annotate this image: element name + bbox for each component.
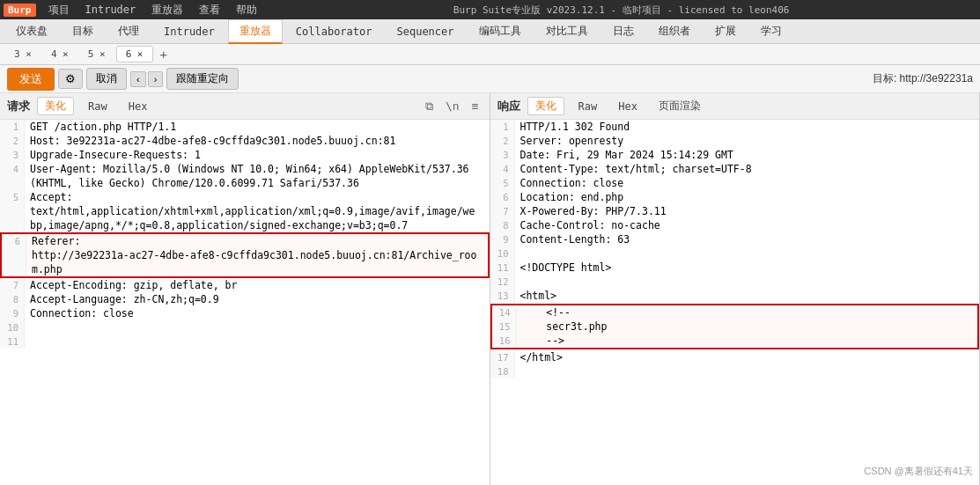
tab-organizer[interactable]: 组织者	[647, 19, 702, 43]
tab-extensions[interactable]: 扩展	[704, 19, 748, 43]
subtab-3[interactable]: 3 ×	[5, 47, 41, 62]
response-line-4: 4 Content-Type: text/html; charset=UTF-8	[490, 162, 980, 176]
subtab-5[interactable]: 5 ×	[79, 47, 114, 62]
response-line-17: 17 </html>	[490, 350, 980, 364]
main-tab-bar: 仪表盘 目标 代理 Intruder 重放器 Collaborator Sequ…	[0, 19, 980, 44]
burp-logo: Burp	[4, 4, 36, 17]
newline-icon[interactable]: \n	[442, 98, 463, 115]
tab-intruder[interactable]: Intruder	[152, 21, 226, 42]
response-tab-raw[interactable]: Raw	[571, 99, 605, 114]
request-line-5: 5 Accept: text/html,application/xhtml+xm…	[0, 190, 490, 232]
response-panel-title: 响应	[497, 99, 520, 114]
response-line-15: 15 secr3t.php	[492, 320, 978, 334]
request-line-3: 3 Upgrade-Insecure-Requests: 1	[0, 148, 490, 162]
subtab-6[interactable]: 6 ×	[116, 46, 153, 62]
target-display: 目标: http://3e92231a	[242, 71, 973, 86]
tab-repeater[interactable]: 重放器	[228, 19, 283, 44]
menu-project[interactable]: 项目	[41, 2, 77, 18]
request-tab-raw[interactable]: Raw	[81, 99, 114, 114]
tab-learn[interactable]: 学习	[749, 19, 793, 43]
request-line-1: 1 GET /action.php HTTP/1.1	[0, 120, 490, 134]
tab-dashboard[interactable]: 仪表盘	[4, 19, 59, 43]
request-tab-hex[interactable]: Hex	[122, 99, 155, 114]
target-url: http://3e92231a	[900, 72, 973, 85]
response-line-12: 12	[490, 275, 980, 289]
response-line-1: 1 HTTP/1.1 302 Found	[490, 120, 980, 134]
menu-icon[interactable]: ≡	[468, 98, 483, 115]
response-line-6: 6 Location: end.php	[490, 190, 980, 204]
tab-collaborator[interactable]: Collaborator	[284, 21, 384, 42]
response-line-16: 16 -->	[492, 334, 978, 348]
request-panel: 请求 美化 Raw Hex ⧉ \n ≡ 1 GET /action.php H…	[0, 93, 490, 485]
request-line-11: 11	[0, 334, 490, 349]
toolbar: 发送 ⚙ 取消 ‹ › 跟随重定向 目标: http://3e92231a	[0, 65, 980, 93]
request-panel-header: 请求 美化 Raw Hex ⧉ \n ≡	[0, 93, 490, 120]
nav-buttons: ‹ ›	[130, 71, 163, 87]
target-label: 目标:	[873, 72, 896, 85]
menu-repeater[interactable]: 重放器	[144, 2, 190, 18]
response-line-3: 3 Date: Fri, 29 Mar 2024 15:14:29 GMT	[490, 148, 980, 162]
request-line-7: 7 Accept-Encoding: gzip, deflate, br	[0, 278, 490, 292]
request-panel-icons: ⧉ \n ≡	[422, 98, 482, 115]
response-line-2: 2 Server: openresty	[490, 134, 980, 148]
gear-button[interactable]: ⚙	[58, 69, 83, 89]
menu-view[interactable]: 查看	[192, 2, 227, 18]
menu-bar: Burp 项目 Intruder 重放器 查看 帮助 Burp Suite专业版…	[0, 0, 980, 19]
request-line-6-referer: 6 Referer: http://3e92231a-ac27-4dbe-afe…	[0, 232, 490, 278]
request-line-9: 9 Connection: close	[0, 306, 490, 320]
response-tab-hex[interactable]: Hex	[611, 99, 645, 114]
cancel-button[interactable]: 取消	[86, 68, 127, 90]
response-code-area[interactable]: 1 HTTP/1.1 302 Found 2 Server: openresty…	[490, 120, 980, 485]
subtab-add[interactable]: +	[155, 48, 173, 62]
menu-intruder[interactable]: Intruder	[78, 3, 144, 17]
response-line-13: 13 <html>	[490, 289, 980, 303]
response-line-8-cache-control: 8 Cache-Control: no-cache	[490, 218, 980, 232]
tab-proxy[interactable]: 代理	[107, 19, 151, 43]
watermark: CSDN @离暑假还有41天	[864, 465, 973, 478]
nav-next-button[interactable]: ›	[148, 71, 164, 87]
response-tab-render[interactable]: 页面渲染	[652, 98, 708, 114]
response-line-9: 9 Content-Length: 63	[490, 232, 980, 246]
tab-logger[interactable]: 日志	[601, 19, 645, 43]
main-content: 请求 美化 Raw Hex ⧉ \n ≡ 1 GET /action.php H…	[0, 93, 980, 485]
response-line-14: 14 <!--	[492, 305, 978, 320]
app-title: Burp Suite专业版 v2023.12.1 - 临时项目 - licens…	[266, 4, 976, 17]
response-line-18: 18	[490, 364, 980, 378]
send-button[interactable]: 发送	[7, 68, 55, 91]
tab-comparer[interactable]: 对比工具	[534, 19, 600, 43]
copy-icon[interactable]: ⧉	[422, 98, 437, 115]
request-line-2: 2 Host: 3e92231a-ac27-4dbe-afe8-c9cffda9…	[0, 134, 490, 148]
response-line-11: 11 <!DOCTYPE html>	[490, 261, 980, 275]
response-panel-header: 响应 美化 Raw Hex 页面渲染	[490, 93, 980, 120]
request-code-area[interactable]: 1 GET /action.php HTTP/1.1 2 Host: 3e922…	[0, 120, 490, 485]
request-panel-title: 请求	[7, 99, 30, 114]
request-tab-beautify[interactable]: 美化	[37, 97, 74, 115]
response-line-10: 10	[490, 246, 980, 261]
response-panel: 响应 美化 Raw Hex 页面渲染 1 HTTP/1.1 302 Found …	[490, 93, 981, 485]
subtab-4[interactable]: 4 ×	[42, 47, 77, 62]
response-tab-beautify[interactable]: 美化	[527, 97, 564, 115]
tab-target[interactable]: 目标	[61, 19, 105, 43]
tab-encoder[interactable]: 编码工具	[468, 19, 533, 43]
tab-sequencer[interactable]: Sequencer	[386, 21, 466, 42]
request-line-4: 4 User-Agent: Mozilla/5.0 (Windows NT 10…	[0, 162, 490, 190]
request-line-8: 8 Accept-Language: zh-CN,zh;q=0.9	[0, 292, 490, 306]
nav-prev-button[interactable]: ‹	[130, 71, 146, 87]
request-subtab-bar: 3 × 4 × 5 × 6 × +	[0, 44, 980, 65]
response-line-5: 5 Connection: close	[490, 176, 980, 190]
response-line-7: 7 X-Powered-By: PHP/7.3.11	[490, 204, 980, 218]
response-highlight-block: 14 <!-- 15 secr3t.php 16 -->	[490, 304, 980, 349]
menu-help[interactable]: 帮助	[229, 2, 264, 18]
follow-redirect-button[interactable]: 跟随重定向	[166, 68, 239, 90]
request-line-10: 10	[0, 320, 490, 334]
